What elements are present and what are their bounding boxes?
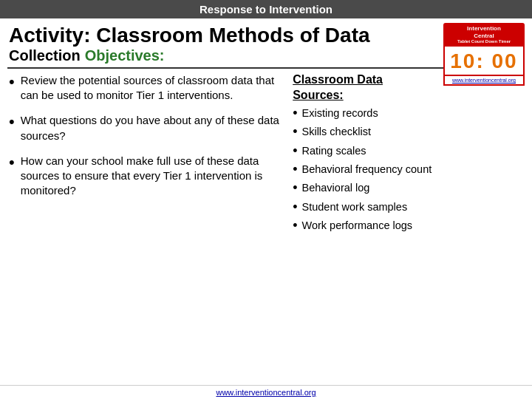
bullet-item-2: • What questions do you have about any o… bbox=[9, 113, 285, 143]
bullet-dot-2: • bbox=[9, 111, 15, 133]
footer-bar[interactable]: www.interventioncentral.org bbox=[0, 385, 532, 399]
source-text-6: Student work samples bbox=[302, 200, 408, 214]
source-item-1: • Existing records bbox=[293, 106, 523, 122]
bullet-text-2: What questions do you have about any of … bbox=[21, 113, 285, 143]
source-text-7: Work performance logs bbox=[302, 219, 413, 233]
timer-logo-line2: Central bbox=[447, 33, 521, 40]
source-text-1: Existing records bbox=[302, 106, 378, 120]
source-bullet-5: • bbox=[293, 180, 297, 197]
source-item-3: • Rating scales bbox=[293, 144, 523, 160]
source-bullet-2: • bbox=[293, 123, 297, 140]
header-area: Activity: Classroom Methods of Data Coll… bbox=[0, 18, 532, 67]
source-text-4: Behavioral frequency count bbox=[302, 163, 432, 177]
bullet-text-1: Review the potential sources of classroo… bbox=[21, 73, 285, 103]
timer-footer[interactable]: www.interventioncentral.org bbox=[443, 76, 525, 86]
top-bar: Response to Intervention bbox=[0, 0, 532, 18]
source-item-2: • Skills checklist bbox=[293, 125, 523, 140]
source-item-5: • Behavioral log bbox=[293, 181, 523, 197]
bullet-text-3: How can your school make full use of the… bbox=[21, 154, 285, 199]
source-bullet-3: • bbox=[293, 143, 297, 160]
source-item-4: • Behavioral frequency count bbox=[293, 163, 523, 178]
subtitle-black: Collection bbox=[9, 47, 81, 64]
timer-body: 10: 00 bbox=[443, 47, 525, 76]
source-text-3: Rating scales bbox=[302, 144, 366, 158]
bullet-dot-3: • bbox=[9, 151, 15, 174]
bullet-item-1: • Review the potential sources of classr… bbox=[9, 73, 285, 103]
source-bullet-1: • bbox=[293, 105, 297, 122]
source-text-2: Skills checklist bbox=[302, 125, 371, 139]
timer-widget: Intervention Central Tablet Count Down T… bbox=[443, 23, 525, 86]
sources-subtitle: Sources: bbox=[293, 89, 523, 102]
top-bar-label: Response to Intervention bbox=[200, 3, 332, 16]
bullet-dot-1: • bbox=[9, 71, 15, 93]
timer-display: 10: 00 bbox=[446, 50, 522, 73]
timer-logo-line1: Intervention bbox=[447, 25, 521, 33]
source-bullet-6: • bbox=[293, 199, 297, 216]
source-text-5: Behavioral log bbox=[302, 181, 370, 195]
timer-logo: Intervention Central Tablet Count Down T… bbox=[443, 23, 525, 47]
source-item-6: • Student work samples bbox=[293, 200, 523, 216]
source-item-7: • Work performance logs bbox=[293, 219, 523, 234]
timer-logo-subtext: Tablet Count Down Timer bbox=[447, 39, 521, 44]
source-bullet-7: • bbox=[293, 217, 297, 234]
bullet-item-3: • How can your school make full use of t… bbox=[9, 154, 285, 199]
main-content: • Review the potential sources of classr… bbox=[0, 73, 532, 238]
left-column: • Review the potential sources of classr… bbox=[9, 73, 285, 238]
footer-website[interactable]: www.interventioncentral.org bbox=[216, 388, 316, 397]
source-bullet-4: • bbox=[293, 161, 297, 178]
right-column: Classroom Data Sources: • Existing recor… bbox=[293, 73, 523, 238]
subtitle-green: Objectives: bbox=[85, 47, 165, 64]
